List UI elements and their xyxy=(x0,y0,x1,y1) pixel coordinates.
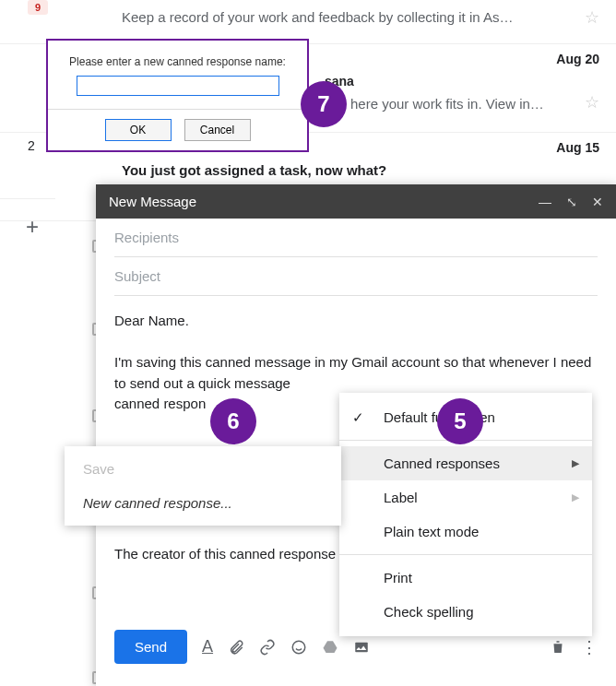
recipients-field[interactable]: Recipients xyxy=(114,219,598,257)
menu-label: Print xyxy=(384,570,412,585)
menu-label: Plain text mode xyxy=(384,524,479,539)
compose-header[interactable]: New Message ― ⤡ ✕ xyxy=(96,184,616,219)
dialog-message: Please enter a new canned response name: xyxy=(48,41,307,76)
step-badge-6: 6 xyxy=(210,398,256,444)
check-icon: ✓ xyxy=(352,409,364,426)
menu-label: Canned responses xyxy=(384,455,500,471)
image-icon[interactable] xyxy=(353,639,370,656)
mail-snippet: here your work fits in. View in… xyxy=(350,96,579,112)
minimize-icon[interactable]: ― xyxy=(539,195,551,209)
mail-row[interactable]: Keep a record of your work and feedback … xyxy=(0,0,616,44)
drive-icon[interactable] xyxy=(322,639,338,656)
mail-snippet: Keep a record of your work and feedback … xyxy=(122,9,579,25)
submenu-header-save: Save xyxy=(65,452,341,486)
submenu-item-new-canned[interactable]: New canned response... xyxy=(65,486,341,520)
step-badge-5: 5 xyxy=(437,398,483,444)
canned-response-name-input[interactable] xyxy=(77,76,279,96)
more-options-icon[interactable]: ⋮ xyxy=(581,637,598,657)
menu-item-print[interactable]: Print xyxy=(339,561,592,595)
canned-response-name-dialog: Please enter a new canned response name:… xyxy=(46,39,309,152)
sidebar-divider xyxy=(0,198,55,199)
body-line: Dear Name. xyxy=(114,311,598,332)
svg-point-0 xyxy=(292,641,305,654)
canned-responses-submenu: Save New canned response... xyxy=(65,446,341,526)
cancel-button[interactable]: Cancel xyxy=(184,119,251,141)
emoji-icon[interactable] xyxy=(290,639,307,656)
compose-title: New Message xyxy=(109,194,196,209)
close-icon[interactable]: ✕ xyxy=(592,195,603,209)
format-icon[interactable]: A xyxy=(202,637,213,656)
ok-button[interactable]: OK xyxy=(105,119,172,141)
star-icon[interactable]: ☆ xyxy=(585,7,599,28)
chevron-right-icon: ▶ xyxy=(572,457,579,469)
trash-icon[interactable] xyxy=(550,639,566,656)
attach-icon[interactable] xyxy=(228,639,244,656)
svg-rect-1 xyxy=(355,642,368,652)
subject-field[interactable]: Subject xyxy=(114,257,598,296)
menu-separator xyxy=(339,554,592,555)
mail-date: Aug 15 xyxy=(556,140,599,155)
link-icon[interactable] xyxy=(259,639,276,656)
send-button[interactable]: Send xyxy=(114,630,187,664)
mail-date: Aug 20 xyxy=(556,52,599,66)
expand-icon[interactable]: ⤡ xyxy=(566,195,577,209)
menu-item-check-spelling[interactable]: Check spelling xyxy=(339,595,592,629)
star-icon[interactable]: ☆ xyxy=(585,92,599,112)
add-label-icon[interactable]: + xyxy=(26,214,39,240)
unread-count: 2 xyxy=(28,138,35,153)
menu-label: Check spelling xyxy=(384,604,474,620)
chevron-right-icon: ▶ xyxy=(572,491,579,503)
mail-title: You just got assigned a task, now what? xyxy=(122,162,386,178)
body-line: I'm saving this canned message in my Gma… xyxy=(114,352,598,394)
step-badge-7: 7 xyxy=(301,81,347,127)
menu-label: Label xyxy=(384,490,418,505)
menu-item-label[interactable]: Label ▶ xyxy=(339,480,592,514)
menu-item-canned-responses[interactable]: Canned responses ▶ xyxy=(339,446,592,480)
menu-item-plaintext[interactable]: Plain text mode xyxy=(339,514,592,549)
